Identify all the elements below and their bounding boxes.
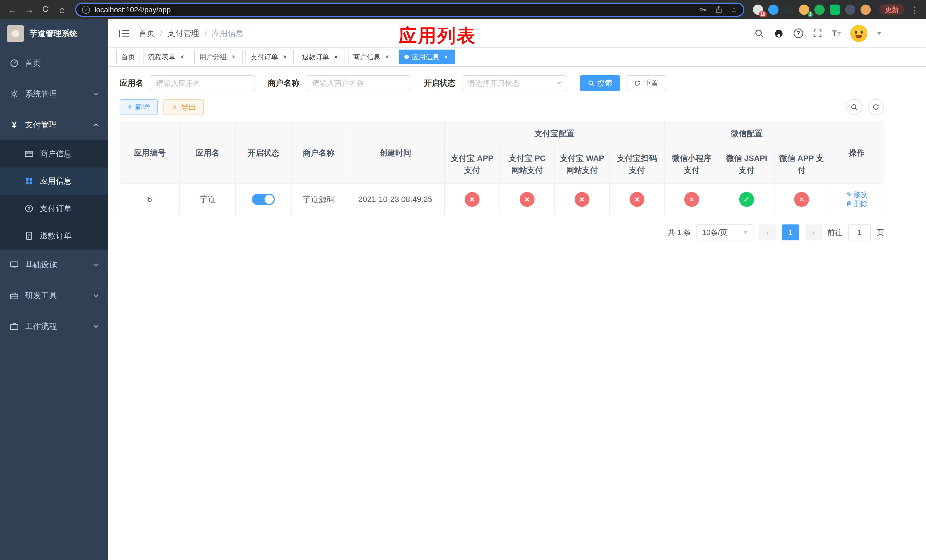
tab-close-icon[interactable]: × xyxy=(281,53,289,61)
browser-menu-button[interactable]: ⋮ xyxy=(911,5,919,15)
tab-close-icon[interactable]: × xyxy=(178,53,186,61)
tab-home[interactable]: 首页 xyxy=(116,50,140,64)
goto-page-input[interactable] xyxy=(848,224,871,241)
tab-app-info[interactable]: 应用信息× xyxy=(399,50,455,64)
col-alipay-qr: 支付宝扫码支付 xyxy=(610,145,664,184)
col-wx-app: 微信 APP 支付 xyxy=(774,145,829,184)
briefcase-icon xyxy=(9,321,20,331)
hamburger-icon xyxy=(118,29,130,38)
search-icon[interactable] xyxy=(754,29,764,38)
sidebar-item-infrastructure[interactable]: 基础设施 xyxy=(0,250,108,280)
cell-merchant: 芋道源码 xyxy=(291,184,346,215)
group-wechat-config: 微信配置 xyxy=(664,122,829,145)
tab-close-icon[interactable]: × xyxy=(383,53,391,61)
next-page-button[interactable]: › xyxy=(805,224,822,241)
sidebar-item-workflow[interactable]: 工作流程 xyxy=(0,311,108,342)
tab-pay-orders[interactable]: 支付订单× xyxy=(245,50,294,64)
page-content: 应用名 商户名称 开启状态 请选择开启状态 xyxy=(108,67,926,560)
prev-page-button[interactable]: ‹ xyxy=(759,224,776,241)
browser-reload-button[interactable] xyxy=(40,5,51,15)
tab-process-form[interactable]: 流程表单× xyxy=(143,50,191,64)
search-button[interactable]: 搜索 xyxy=(580,75,620,91)
document-icon xyxy=(24,231,34,241)
reload-icon xyxy=(42,5,50,13)
export-button[interactable]: 导出 xyxy=(163,99,204,115)
edit-link[interactable]: ✎修改 xyxy=(846,190,867,199)
github-icon[interactable] xyxy=(774,28,784,38)
wx-mini-disabled-icon: × xyxy=(684,192,699,207)
sidebar-item-system[interactable]: 系统管理 xyxy=(0,79,108,109)
app-name-label: 应用名 xyxy=(120,78,144,89)
sidebar-item-merchant-info[interactable]: 商户信息 xyxy=(0,140,108,168)
app-logo-image xyxy=(7,25,24,42)
cell-app-id: 6 xyxy=(120,184,180,215)
reset-button[interactable]: 重置 xyxy=(626,75,666,91)
extension-icon-3[interactable] xyxy=(784,5,794,15)
bookmark-star-icon[interactable]: ☆ xyxy=(730,5,737,15)
page-number-1[interactable]: 1 xyxy=(782,224,799,241)
fullscreen-icon[interactable] xyxy=(813,29,822,38)
extension-icon-6[interactable] xyxy=(830,5,840,15)
chevron-up-icon xyxy=(93,122,99,128)
tab-merchant-info[interactable]: 商户信息× xyxy=(348,50,396,64)
active-tab-dot xyxy=(404,55,409,59)
page-size-select[interactable]: 10条/页 xyxy=(696,224,754,241)
status-select[interactable]: 请选择开启状态 xyxy=(462,75,567,91)
sidebar-item-dev-tools[interactable]: 研发工具 xyxy=(0,280,108,311)
tab-user-group[interactable]: 用户分组× xyxy=(194,50,243,64)
sidebar-item-app-info[interactable]: 应用信息 xyxy=(0,168,108,195)
sidebar-toggle-button[interactable] xyxy=(118,29,130,38)
avatar[interactable] xyxy=(850,25,867,42)
status-toggle[interactable] xyxy=(252,194,275,205)
sidebar-item-payment[interactable]: ¥ 支付管理 xyxy=(0,109,108,140)
breadcrumb-home[interactable]: 首页 xyxy=(139,28,155,39)
cell-created: 2021-10-23 08:49:25 xyxy=(346,184,445,215)
add-button[interactable]: + 新增 xyxy=(120,99,158,115)
password-key-icon[interactable] xyxy=(699,5,707,14)
merchant-name-input[interactable] xyxy=(306,75,411,91)
sidebar-item-pay-orders[interactable]: 支付订单 xyxy=(0,195,108,222)
breadcrumb-app-info: 应用信息 xyxy=(212,28,244,39)
coin-icon xyxy=(24,203,34,213)
wx-jsapi-enabled-icon: ✓ xyxy=(739,192,754,207)
site-info-icon[interactable]: i xyxy=(82,6,90,14)
font-size-icon[interactable]: TT xyxy=(832,29,841,38)
extension-badge: 1 xyxy=(808,11,813,17)
cell-app-name: 芋道 xyxy=(180,184,236,215)
search-icon xyxy=(588,80,595,86)
browser-forward-button[interactable]: → xyxy=(23,5,35,14)
avatar-caret-icon[interactable] xyxy=(877,32,882,35)
refresh-table-button[interactable] xyxy=(868,99,884,115)
tab-close-icon[interactable]: × xyxy=(230,53,238,61)
extension-icon-2[interactable] xyxy=(768,5,779,15)
tab-refund-orders[interactable]: 退款订单× xyxy=(297,50,345,64)
sidebar-item-refund-orders[interactable]: 退款订单 xyxy=(0,222,108,250)
toggle-search-button[interactable] xyxy=(846,99,862,115)
browser-update-button[interactable]: 更新 xyxy=(879,4,904,15)
app-name-input[interactable] xyxy=(150,75,255,91)
share-icon[interactable] xyxy=(714,5,723,14)
sidebar-item-home[interactable]: 首页 xyxy=(0,48,108,79)
refresh-icon xyxy=(634,80,641,86)
tabs-bar: 首页 流程表单× 用户分组× 支付订单× 退款订单× 商户信息× 应用信息× xyxy=(108,48,926,67)
chevron-down-icon xyxy=(557,82,561,85)
help-icon[interactable]: ? xyxy=(794,29,803,38)
delete-link[interactable]: 删除 xyxy=(846,199,868,208)
extension-icon-8[interactable] xyxy=(861,5,871,15)
extension-icon-5[interactable] xyxy=(814,5,825,15)
breadcrumb-payment[interactable]: 支付管理 xyxy=(168,28,199,39)
browser-chrome: ← → ⌂ i localhost:1024/pay/app ☆ 10 1 更新 xyxy=(0,0,926,20)
extension-icon-1[interactable]: 10 xyxy=(753,5,763,15)
extension-icon-4[interactable]: 1 xyxy=(799,5,809,15)
tab-close-icon[interactable]: × xyxy=(442,53,450,61)
tab-close-icon[interactable]: × xyxy=(332,53,340,61)
extension-icon-7[interactable] xyxy=(845,5,855,15)
yen-icon: ¥ xyxy=(9,120,20,130)
screen: ← → ⌂ i localhost:1024/pay/app ☆ 10 1 更新 xyxy=(0,0,926,560)
browser-home-button[interactable]: ⌂ xyxy=(56,5,68,14)
sidebar: 芋道管理系统 首页 系统管理 ¥ 支付管理 商户信息 xyxy=(0,20,108,560)
merchant-name-label: 商户名称 xyxy=(268,78,300,89)
col-alipay-app: 支付宝 APP 支付 xyxy=(445,145,500,184)
address-bar[interactable]: i localhost:1024/pay/app ☆ xyxy=(75,3,744,17)
browser-back-button[interactable]: ← xyxy=(7,5,18,14)
